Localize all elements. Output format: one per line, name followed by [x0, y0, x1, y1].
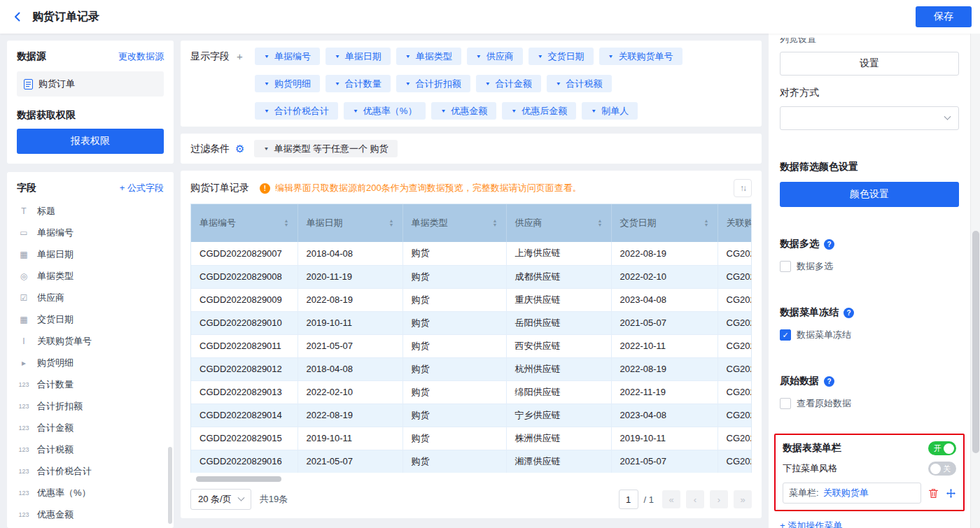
color-settings-button[interactable]: 颜色设置	[780, 182, 959, 207]
filter-condition-chip[interactable]: ▼ 单据类型 等于任意一个 购货	[254, 140, 397, 157]
align-select[interactable]	[780, 106, 959, 130]
page-size-select[interactable]: 20 条/页	[190, 489, 251, 510]
checkbox-label: 数据菜单冻结	[797, 329, 851, 341]
display-field-chip[interactable]: ▼ 合计税额	[547, 75, 612, 92]
horizontal-scrollbar-thumb[interactable]	[196, 476, 281, 482]
table-cell: 2018-04-08	[298, 357, 402, 380]
chip-label: 交货日期	[548, 50, 584, 63]
sort-arrows-icon[interactable]	[704, 219, 709, 227]
field-item[interactable]: 123 优惠金额	[17, 504, 164, 525]
help-icon[interactable]: ?	[824, 376, 834, 387]
display-field-chip[interactable]: ▼ 优惠率（%）	[344, 102, 426, 120]
checkbox-checked[interactable]: ✓	[780, 329, 791, 341]
display-field-chip[interactable]: ▼ 合计金额	[476, 75, 541, 92]
display-field-chip[interactable]: ▼ 合计折扣额	[396, 75, 470, 92]
sort-button[interactable]: ↑↓	[734, 179, 752, 197]
add-display-field-button[interactable]: +	[237, 50, 243, 63]
window-scrollbar[interactable]	[970, 34, 980, 528]
chevron-down-icon: ▼	[264, 80, 270, 86]
fields-scrollbar[interactable]	[168, 447, 172, 524]
field-item[interactable]: 123 合计金额	[17, 417, 164, 438]
display-field-chip[interactable]: ▼ 单据日期	[326, 48, 391, 65]
next-page-button[interactable]: ›	[710, 490, 728, 508]
display-field-chip[interactable]: ▼ 供应商	[467, 48, 523, 65]
multi-select-checkbox-row[interactable]: ✓ 数据多选	[780, 260, 959, 273]
datasource-panel: 数据源 更改数据源 购货订单 数据获取权限 报表权限	[7, 41, 174, 164]
checkbox-label: 查看原始数据	[797, 397, 851, 410]
table-column-header[interactable]: 单据日期	[298, 204, 402, 242]
back-button[interactable]	[11, 10, 24, 23]
sort-arrows-icon[interactable]	[284, 219, 289, 227]
display-field-chip[interactable]: ▼ 优惠金额	[431, 102, 496, 120]
save-button[interactable]: 保存	[916, 6, 972, 27]
table-row: CGDD202208290112021-05-07购货西安供应链2022-10-…	[191, 334, 752, 357]
table-column-header[interactable]: 单据编号	[191, 204, 298, 242]
menubar-toggle-on[interactable]: 开	[928, 441, 956, 455]
delete-icon[interactable]	[928, 488, 939, 499]
field-item[interactable]: 123 合计价税合计	[17, 460, 164, 482]
horizontal-scrollbar[interactable]	[190, 476, 752, 482]
table-column-header[interactable]: 供应商	[506, 204, 611, 242]
display-field-chip[interactable]: ▼ 购货明细	[255, 75, 320, 92]
field-item[interactable]: ▦ 交货日期	[17, 308, 164, 330]
report-permission-button[interactable]: 报表权限	[17, 129, 164, 154]
checkbox-unchecked[interactable]: ✓	[780, 398, 791, 409]
settings-button[interactable]: 设置	[780, 52, 959, 76]
field-item[interactable]: ◎ 单据类型	[17, 265, 164, 287]
datasource-item-label: 购货订单	[38, 78, 75, 90]
table-column-header[interactable]: 关联购货单号	[718, 204, 752, 242]
sort-arrows-icon[interactable]	[389, 219, 394, 227]
chevron-down-icon: ▼	[538, 53, 543, 59]
table-cell: 2021-05-07	[611, 311, 718, 334]
last-page-button[interactable]: »	[734, 490, 752, 508]
current-page-input[interactable]: 1	[619, 490, 638, 509]
table-column-header[interactable]: 单据类型	[402, 204, 506, 242]
display-field-chip[interactable]: ▼ 单据编号	[255, 48, 320, 65]
field-item[interactable]: ▦ 单据日期	[17, 243, 164, 265]
chevron-down-icon: ▼	[440, 108, 446, 113]
table-cell: 杭州供应链	[506, 357, 611, 380]
table-column-header[interactable]: 交货日期	[611, 204, 718, 242]
field-item[interactable]: ▸ 购货明细	[17, 352, 164, 373]
table-cell: CG2022	[718, 334, 752, 357]
checkbox-unchecked[interactable]: ✓	[780, 261, 791, 272]
change-datasource-link[interactable]: 更改数据源	[118, 50, 164, 63]
add-formula-field-link[interactable]: + 公式字段	[120, 182, 164, 194]
display-field-chip[interactable]: ▼ 交货日期	[528, 48, 594, 65]
field-item[interactable]: 123 合计数量	[17, 373, 164, 395]
field-item[interactable]: 123 合计税额	[17, 438, 164, 460]
field-item[interactable]: 123 优惠率（%）	[17, 482, 164, 504]
display-field-chip[interactable]: ▼ 合计数量	[326, 75, 391, 92]
table-cell: 2022-10-11	[611, 334, 718, 357]
display-field-chip[interactable]: ▼ 关联购货单号	[599, 48, 682, 65]
add-action-menu-link[interactable]: + 添加操作菜单	[780, 520, 959, 528]
dropdown-style-toggle-off[interactable]: 关	[928, 462, 956, 476]
table-row: CGDD202208290102019-10-11购货岳阳供应链2021-05-…	[191, 311, 752, 334]
display-field-chip[interactable]: ▼ 合计价税合计	[255, 102, 338, 120]
field-item[interactable]: ☑ 供应商	[17, 287, 164, 308]
field-item[interactable]: T 标题	[17, 200, 164, 222]
menubar-name-field[interactable]: 菜单栏: 关联购货单	[783, 483, 921, 504]
sort-arrows-icon[interactable]	[598, 219, 603, 227]
field-item[interactable]: I 关联购货单号	[17, 330, 164, 352]
display-field-chip[interactable]: ▼ 制单人	[582, 102, 638, 120]
raw-data-checkbox-row[interactable]: ✓ 查看原始数据	[780, 397, 959, 410]
sort-arrows-icon[interactable]	[493, 219, 498, 227]
prev-page-button[interactable]: ‹	[686, 490, 704, 508]
move-icon[interactable]	[946, 488, 956, 499]
field-item[interactable]: ▭ 单据编号	[17, 222, 164, 243]
help-icon[interactable]: ?	[844, 308, 854, 318]
chevron-down-icon: ▼	[591, 108, 596, 113]
first-page-button[interactable]: «	[662, 490, 680, 508]
table-cell: 2022-08-19	[298, 404, 402, 427]
window-scrollbar-thumb[interactable]	[972, 231, 979, 453]
chevron-down-icon	[944, 113, 951, 120]
help-icon[interactable]: ?	[824, 239, 834, 250]
gear-icon[interactable]: ⚙	[235, 143, 244, 155]
table-cell: CGDD20220829014	[191, 404, 298, 427]
field-item[interactable]: 123 合计折扣额	[17, 395, 164, 417]
display-field-chip[interactable]: ▼ 单据类型	[396, 48, 461, 65]
menu-freeze-checkbox-row[interactable]: ✓ 数据菜单冻结	[780, 329, 959, 341]
display-field-chip[interactable]: ▼ 优惠后金额	[502, 102, 576, 120]
datasource-item[interactable]: 购货订单	[17, 71, 164, 97]
